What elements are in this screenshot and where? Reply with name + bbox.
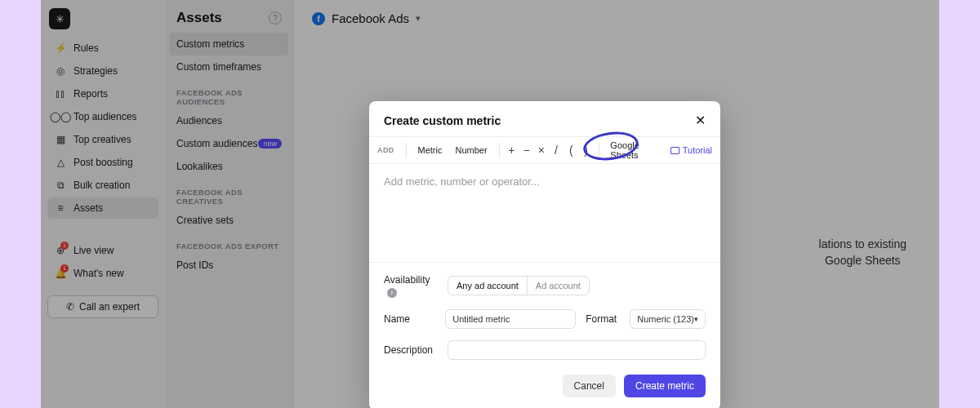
toolbar-open-paren-icon[interactable]: (	[565, 144, 577, 157]
toolbar-plus-icon[interactable]: +	[506, 144, 517, 157]
availability-label: Availabilityi	[384, 274, 438, 298]
toolbar-divide-icon[interactable]: /	[550, 144, 562, 157]
toolbar-multiply-icon[interactable]: ×	[536, 144, 547, 157]
tutorial-label: Tutorial	[683, 145, 712, 155]
format-select-value: Numeric (123)	[637, 314, 694, 324]
metric-name-input[interactable]	[445, 309, 576, 329]
availability-single-account[interactable]: Ad account	[528, 277, 589, 295]
availability-segmented: Any ad account Ad account	[448, 276, 590, 295]
tutorial-link[interactable]: Tutorial	[670, 145, 712, 155]
toolbar-metric-button[interactable]: Metric	[412, 142, 447, 158]
info-icon[interactable]: i	[387, 288, 397, 298]
app-frame: ✳ ⚡ Rules ◎ Strategies ⫿⫿ Reports ◯◯ Top…	[41, 0, 939, 408]
create-metric-button[interactable]: Create metric	[624, 375, 706, 397]
book-icon	[670, 147, 679, 154]
name-label: Name	[384, 313, 435, 325]
format-select[interactable]: Numeric (123) ▾	[630, 309, 706, 329]
format-label: Format	[586, 313, 620, 325]
create-metric-modal: Create custom metric ✕ ADD Metric Number…	[369, 101, 720, 408]
toolbar-add-label: ADD	[377, 146, 394, 154]
availability-any-account[interactable]: Any ad account	[448, 277, 528, 295]
description-label: Description	[384, 344, 438, 356]
close-icon[interactable]: ✕	[695, 113, 706, 128]
toolbar-close-paren-icon[interactable]: )	[580, 144, 591, 157]
description-input[interactable]	[448, 340, 706, 360]
formula-toolbar: ADD Metric Number + − × / ( ) Google She…	[369, 136, 720, 164]
formula-input[interactable]: Add metric, number or operator...	[369, 164, 720, 262]
toolbar-number-button[interactable]: Number	[450, 142, 492, 158]
chevron-down-icon: ▾	[694, 315, 698, 323]
toolbar-minus-icon[interactable]: −	[521, 144, 532, 157]
cancel-button[interactable]: Cancel	[563, 375, 616, 397]
toolbar-google-sheets-button[interactable]: Google Sheets	[605, 138, 662, 162]
availability-label-text: Availability	[384, 274, 430, 286]
modal-title: Create custom metric	[384, 114, 501, 127]
